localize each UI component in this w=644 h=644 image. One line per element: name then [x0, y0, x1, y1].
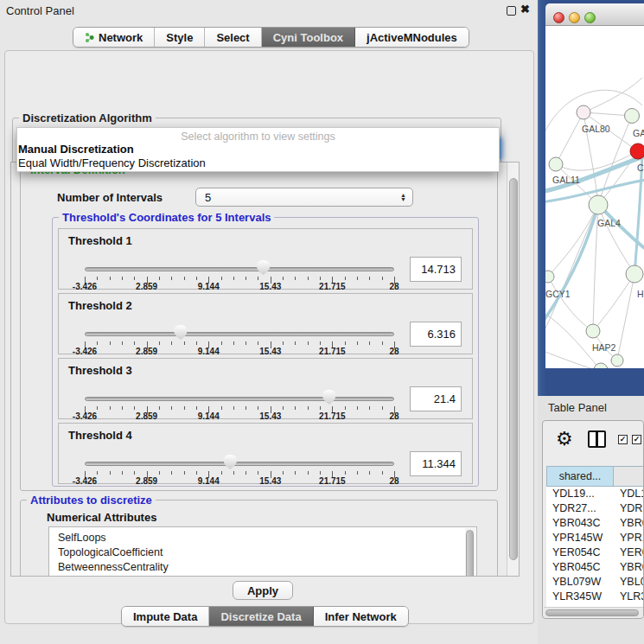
- slider-thumb[interactable]: [224, 455, 237, 469]
- attribute-item[interactable]: BetweennessCentrality: [58, 560, 476, 575]
- network-canvas[interactable]: GAL80GAGAL11CGAL4GCY1HHAP2: [545, 26, 644, 368]
- number-of-intervals-combobox[interactable]: 5 ▲▼: [195, 188, 413, 207]
- cell-shared-name: YBR043C: [546, 516, 614, 531]
- settings-scrollbar[interactable]: [507, 163, 519, 576]
- apply-button[interactable]: Apply: [233, 581, 293, 600]
- node-label: GAL11: [552, 175, 580, 185]
- threshold-value-field[interactable]: 11.344: [410, 451, 462, 476]
- table-row[interactable]: YDR27...YDR2: [546, 501, 644, 516]
- tab-network[interactable]: Network: [73, 28, 155, 47]
- combo-stepper-icon: ▲▼: [400, 193, 406, 201]
- tab-label: Select: [216, 31, 249, 44]
- threshold-panel: Threshold 3-3.4262.8599.14415.4321.71528…: [58, 358, 473, 419]
- tab-style[interactable]: Style: [155, 28, 205, 47]
- slider-scale-labels: -3.4262.8599.14415.4321.71528: [85, 282, 394, 292]
- table-row[interactable]: YBL079WYBL0: [546, 575, 644, 590]
- algorithm-option[interactable]: Equal Width/Frequency Discretization: [18, 156, 206, 169]
- threshold-value-field[interactable]: 6.316: [410, 322, 462, 347]
- table-header: shared... n: [546, 466, 644, 487]
- network-node[interactable]: [611, 354, 623, 367]
- network-edge: [583, 78, 642, 112]
- number-of-intervals-label: Number of Intervals: [57, 191, 163, 204]
- interval-definition-group: Interval Definition Number of Intervals …: [20, 169, 498, 491]
- table-row[interactable]: YBR045CYBR0: [546, 560, 644, 575]
- algorithm-dropdown-popup: Select algorithm to view settings Manual…: [16, 127, 500, 172]
- network-edge: [545, 311, 601, 368]
- close-window-icon[interactable]: [553, 12, 564, 23]
- threshold-slider[interactable]: -3.4262.8599.14415.4321.71528: [85, 294, 394, 354]
- threshold-slider[interactable]: -3.4262.8599.14415.4321.71528: [85, 359, 394, 418]
- attributes-group-label: Attributes to discretize: [27, 494, 156, 507]
- checkbox-icon[interactable]: ✓: [618, 435, 628, 444]
- table-row[interactable]: YLR345WYLR3: [546, 590, 644, 604]
- network-node[interactable]: [630, 143, 644, 159]
- tab-select[interactable]: Select: [205, 28, 261, 47]
- column-header-name[interactable]: n: [614, 466, 644, 487]
- attributes-list-scrollbar[interactable]: [465, 528, 475, 577]
- attribute-item[interactable]: TopologicalCoefficient: [58, 545, 476, 560]
- network-node-gal11[interactable]: [549, 157, 563, 171]
- algorithm-option[interactable]: Manual Discretization: [18, 143, 134, 156]
- control-panel-titlebar: Control Panel ✖: [0, 0, 538, 21]
- attribute-item[interactable]: SelfLoops: [58, 531, 476, 545]
- tab-impute-data[interactable]: Impute Data: [122, 607, 209, 626]
- network-node-hap2[interactable]: [586, 324, 600, 338]
- threshold-value-field[interactable]: 21.4: [410, 386, 462, 411]
- gear-icon[interactable]: ⚙: [556, 428, 573, 450]
- slider-scale-labels: -3.4262.8599.14415.4321.71528: [85, 347, 394, 357]
- threshold-slider[interactable]: -3.4262.8599.14415.4321.71528: [85, 229, 394, 289]
- cell-name: YBR0: [614, 560, 644, 575]
- number-of-intervals-value: 5: [205, 191, 211, 204]
- network-node[interactable]: [625, 109, 640, 124]
- cell-shared-name: YDR27...: [546, 501, 614, 516]
- network-edge: [545, 350, 601, 368]
- table-panel: ⚙ ✓ ✓ shared... n YDL19...YDL1YDR27...YD…: [542, 420, 644, 619]
- slider-thumb[interactable]: [322, 390, 335, 405]
- table-row[interactable]: YDL19...YDL1: [546, 487, 644, 501]
- table-row[interactable]: YBR043CYBR0: [546, 516, 644, 531]
- minimize-window-icon[interactable]: [569, 12, 580, 23]
- network-edge: [548, 205, 598, 277]
- settings-scrollbar-thumb[interactable]: [509, 178, 518, 560]
- network-node-gal80[interactable]: [577, 105, 590, 119]
- network-view-window: GAL80GAGAL11CGAL4GCY1HHAP2: [538, 0, 644, 396]
- network-node-h[interactable]: [626, 265, 643, 283]
- numerical-attributes-list: SelfLoopsTopologicalCoefficientBetweenne…: [48, 526, 477, 577]
- slider-track[interactable]: [85, 332, 394, 336]
- table-horizontal-scrollbar[interactable]: [544, 607, 644, 617]
- network-node-gcy1[interactable]: [545, 271, 554, 283]
- cell-shared-name: YBR045C: [546, 560, 614, 575]
- zoom-window-icon[interactable]: [584, 12, 596, 23]
- threshold-slider[interactable]: -3.4262.8599.14415.4321.71528: [85, 424, 394, 483]
- column-header-shared-name[interactable]: shared...: [546, 466, 614, 487]
- table-row[interactable]: YER054CYER0: [546, 545, 644, 560]
- threshold-value-field[interactable]: 14.713: [410, 257, 462, 282]
- node-label: GA: [633, 128, 644, 138]
- network-node-gal4[interactable]: [589, 195, 608, 214]
- numerical-attributes-label: Numerical Attributes: [47, 511, 156, 524]
- slider-thumb[interactable]: [257, 260, 270, 275]
- top-tab-bar: NetworkStyleSelectCyni ToolboxjActiveMNo…: [73, 27, 469, 48]
- close-panel-icon[interactable]: ✖: [520, 3, 530, 16]
- threshold-panel: Threshold 2-3.4262.8599.14415.4321.71528…: [58, 293, 473, 354]
- checkbox-icon[interactable]: ✓: [632, 435, 641, 444]
- table-hscrollbar-thumb[interactable]: [545, 609, 639, 616]
- tab-infer-network[interactable]: Infer Network: [314, 607, 408, 626]
- columns-icon[interactable]: [588, 430, 606, 448]
- slider-track[interactable]: [85, 267, 394, 271]
- cell-shared-name: YPR145W: [546, 531, 614, 545]
- tab-label: Network: [99, 31, 143, 44]
- table-row[interactable]: YPR145WYPR1: [546, 531, 644, 545]
- tab-label: Cyni Toolbox: [273, 31, 343, 44]
- slider-thumb[interactable]: [174, 325, 187, 340]
- tab-jactivemnodules[interactable]: jActiveMNodules: [355, 28, 469, 47]
- slider-track[interactable]: [85, 397, 394, 401]
- network-window-titlebar[interactable]: [545, 3, 644, 26]
- cell-shared-name: YER054C: [546, 545, 614, 560]
- slider-track[interactable]: [85, 462, 394, 466]
- tab-discretize-data[interactable]: Discretize Data: [209, 607, 313, 626]
- tab-label: Style: [166, 31, 193, 44]
- table-body: YDL19...YDL1YDR27...YDR2YBR043CYBR0YPR14…: [546, 487, 644, 609]
- float-panel-icon[interactable]: [507, 6, 516, 16]
- tab-cyni-toolbox[interactable]: Cyni Toolbox: [262, 28, 355, 47]
